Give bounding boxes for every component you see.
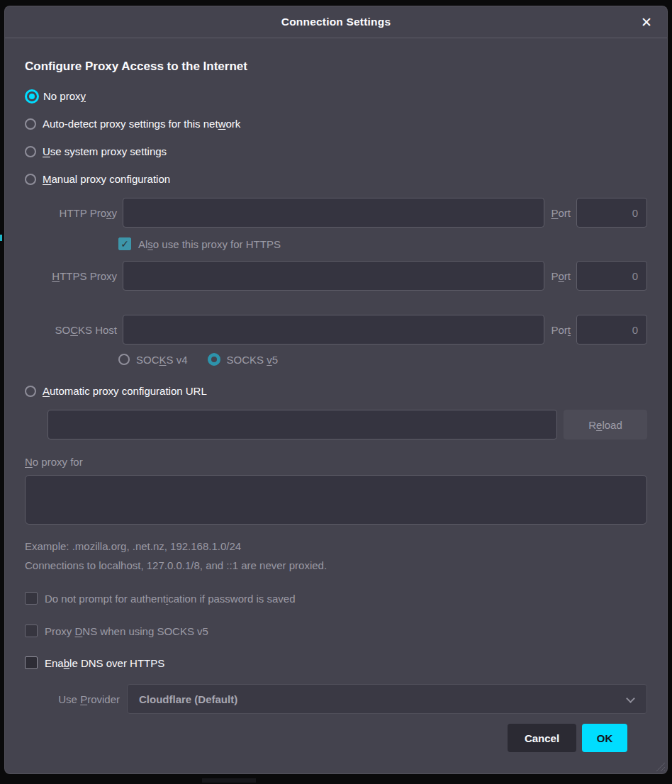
radio-option-socks-v5[interactable]: SOCKS v5 bbox=[208, 353, 279, 366]
radio-option-system-proxy[interactable]: Use system proxy settings bbox=[25, 138, 647, 165]
checkbox-icon[interactable] bbox=[25, 592, 38, 605]
checkbox-enable-doh[interactable]: Enable DNS over HTTPS bbox=[25, 656, 647, 669]
socks-host-label: SOCKS Host bbox=[25, 324, 117, 336]
no-proxy-for-label: No proxy for bbox=[25, 456, 647, 469]
dialog-title: Connection Settings bbox=[281, 16, 391, 28]
provider-selected-value: Cloudflare (Default) bbox=[139, 693, 237, 705]
provider-dropdown[interactable]: Cloudflare (Default) bbox=[127, 684, 647, 714]
radio-label-system-proxy: Use system proxy settings bbox=[43, 145, 167, 157]
socks-port-label: Port bbox=[551, 324, 571, 336]
check-icon: ✓ bbox=[121, 239, 129, 249]
auto-url-label: Automatic proxy configuration URL bbox=[43, 385, 207, 397]
radio-option-manual-proxy[interactable]: Manual proxy configuration bbox=[25, 165, 647, 193]
http-proxy-row: HTTP Proxy Port bbox=[25, 198, 647, 228]
proxy-dns-label: Proxy DNS when using SOCKS v5 bbox=[45, 625, 208, 637]
radio-icon[interactable] bbox=[25, 118, 36, 130]
checkbox-proxy-dns-socks5[interactable]: Proxy DNS when using SOCKS v5 bbox=[25, 625, 647, 637]
radio-option-no-proxy[interactable]: No proxy bbox=[25, 82, 647, 110]
radio-icon[interactable] bbox=[118, 354, 130, 365]
radio-icon[interactable] bbox=[25, 174, 36, 185]
https-port-label: Port bbox=[551, 270, 571, 282]
http-port-label: Port bbox=[551, 207, 571, 219]
radio-label-manual-proxy: Manual proxy configuration bbox=[43, 173, 170, 185]
socks-host-row: SOCKS Host Port bbox=[25, 315, 647, 345]
https-proxy-row: HTTPS Proxy Port bbox=[25, 261, 647, 291]
auto-url-input[interactable] bbox=[47, 410, 557, 439]
checkbox-icon[interactable] bbox=[25, 625, 38, 637]
http-port-input[interactable] bbox=[576, 198, 647, 228]
connection-settings-dialog: Connection Settings ✕ Configure Proxy Ac… bbox=[4, 6, 668, 774]
https-proxy-label: HTTPS Proxy bbox=[25, 270, 117, 282]
checkbox-checked-icon[interactable]: ✓ bbox=[118, 237, 131, 250]
socks-port-input[interactable] bbox=[576, 315, 647, 345]
http-proxy-label: HTTP Proxy bbox=[25, 207, 117, 219]
page-title: Configure Proxy Access to the Internet bbox=[25, 60, 647, 74]
no-proxy-example-text: Example: .mozilla.org, .net.nz, 192.168.… bbox=[25, 540, 647, 552]
checkbox-icon[interactable] bbox=[25, 656, 38, 669]
background-artifact bbox=[202, 778, 256, 783]
enable-doh-label: Enable DNS over HTTPS bbox=[45, 657, 164, 669]
cancel-button[interactable]: Cancel bbox=[508, 724, 576, 752]
radio-icon[interactable] bbox=[25, 146, 36, 157]
radio-selected-icon[interactable] bbox=[208, 353, 220, 366]
use-provider-label: Use Provider bbox=[25, 693, 120, 705]
https-port-input[interactable] bbox=[576, 261, 647, 291]
radio-selected-icon[interactable] bbox=[25, 89, 39, 103]
chevron-down-icon bbox=[626, 694, 635, 703]
share-proxy-label: Also use this proxy for HTTPS bbox=[138, 238, 281, 250]
radio-option-auto-detect[interactable]: Auto-detect proxy settings for this netw… bbox=[25, 110, 647, 138]
reload-button[interactable]: Reload bbox=[564, 410, 647, 439]
radio-icon[interactable] bbox=[25, 386, 36, 397]
checkbox-no-prompt-auth[interactable]: Do not prompt for authentication if pass… bbox=[25, 592, 647, 605]
radio-label-auto-detect: Auto-detect proxy settings for this netw… bbox=[43, 118, 240, 130]
auto-url-row: Reload bbox=[25, 410, 647, 439]
https-proxy-input[interactable] bbox=[123, 261, 544, 291]
doh-provider-row: Use Provider Cloudflare (Default) bbox=[25, 684, 647, 714]
dialog-titlebar: Connection Settings ✕ bbox=[5, 6, 667, 38]
socks-version-row: SOCKS v4 SOCKS v5 bbox=[118, 353, 647, 366]
socks-v4-label: SOCKS v4 bbox=[136, 354, 188, 366]
radio-option-socks-v4[interactable]: SOCKS v4 bbox=[118, 354, 188, 366]
ok-button[interactable]: OK bbox=[582, 724, 627, 752]
close-icon[interactable]: ✕ bbox=[636, 12, 657, 33]
no-prompt-auth-label: Do not prompt for authentication if pass… bbox=[45, 593, 296, 605]
radio-option-auto-url[interactable]: Automatic proxy configuration URL bbox=[25, 377, 647, 405]
dialog-footer: Cancel OK bbox=[25, 714, 647, 752]
socks-host-input[interactable] bbox=[123, 315, 544, 345]
no-proxy-for-textarea[interactable] bbox=[25, 475, 647, 525]
socks-v5-label: SOCKS v5 bbox=[227, 354, 279, 366]
background-artifact bbox=[0, 235, 2, 241]
dialog-content: Configure Proxy Access to the Internet N… bbox=[5, 38, 667, 773]
http-proxy-input[interactable] bbox=[123, 198, 544, 228]
radio-label-no-proxy: No proxy bbox=[43, 90, 86, 102]
share-proxy-checkbox-row[interactable]: ✓ Also use this proxy for HTTPS bbox=[118, 237, 647, 250]
no-proxy-note-text: Connections to localhost, 127.0.0.1/8, a… bbox=[25, 559, 647, 571]
